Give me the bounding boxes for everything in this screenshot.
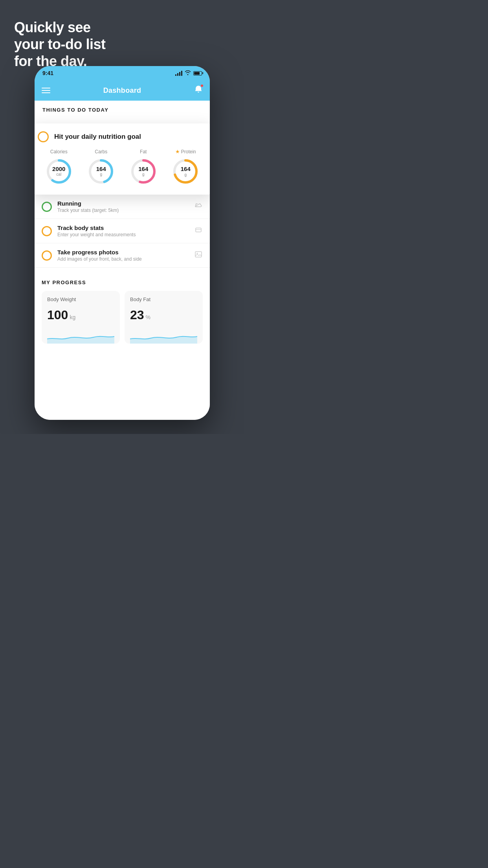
todo-text: Take progress photos Add images of your … xyxy=(57,249,189,262)
donut-chart: 164 g xyxy=(129,157,158,186)
signal-icon xyxy=(175,70,182,76)
progress-card[interactable]: Body Fat 23 % xyxy=(125,291,203,344)
progress-cards: Body Weight 100 kg Body Fat 23 % xyxy=(42,291,203,344)
nutrition-item: ★Protein 164 g xyxy=(171,149,200,186)
status-icons xyxy=(175,70,202,76)
progress-value-row: 23 % xyxy=(130,308,197,322)
progress-value: 23 xyxy=(130,308,144,322)
todo-subtitle: Enter your weight and measurements xyxy=(57,232,189,237)
todo-text: Track body stats Enter your weight and m… xyxy=(57,224,189,237)
star-icon: ★ xyxy=(175,149,180,154)
phone-body: THINGS TO DO TODAY Hit your daily nutrit… xyxy=(35,101,210,420)
todo-item[interactable]: Take progress photos Add images of your … xyxy=(35,243,210,268)
nutrition-item: Calories 2000 cal xyxy=(44,149,73,186)
nutrition-label: Calories xyxy=(50,149,68,154)
todo-circle xyxy=(42,202,52,212)
progress-unit: % xyxy=(146,314,150,320)
donut-chart: 2000 cal xyxy=(44,157,73,186)
notifications-button[interactable] xyxy=(194,85,203,96)
todo-item[interactable]: Track body stats Enter your weight and m… xyxy=(35,219,210,243)
todo-text: Running Track your stats (target: 5km) xyxy=(57,200,189,213)
hero-text: Quickly see your to-do list for the day. xyxy=(14,19,105,70)
progress-value: 100 xyxy=(47,308,68,322)
donut-value: 2000 xyxy=(52,166,65,173)
todo-title: Running xyxy=(57,200,189,207)
progress-chart xyxy=(130,328,197,344)
nutrition-card: Hit your daily nutrition goal Calories 2… xyxy=(35,123,210,195)
progress-header: MY PROGRESS xyxy=(42,280,203,285)
nutrition-label: Carbs xyxy=(95,149,107,154)
nutrition-item: Fat 164 g xyxy=(129,149,158,186)
todo-list: Running Track your stats (target: 5km) T… xyxy=(35,195,210,268)
svg-rect-9 xyxy=(195,252,202,257)
svg-point-10 xyxy=(197,253,198,254)
status-time: 9:41 xyxy=(42,70,53,76)
donut-unit: g xyxy=(181,173,191,177)
todo-circle xyxy=(42,226,52,236)
hero-line1: Quickly see xyxy=(14,19,105,36)
progress-chart xyxy=(47,328,114,344)
nav-bar: Dashboard xyxy=(35,80,210,101)
todo-circle xyxy=(42,250,52,261)
nav-title: Dashboard xyxy=(103,86,141,95)
notification-dot xyxy=(200,84,204,87)
donut-value: 164 xyxy=(181,166,191,173)
menu-button[interactable] xyxy=(42,88,50,93)
svg-rect-8 xyxy=(196,228,201,232)
todo-title: Take progress photos xyxy=(57,249,189,256)
card-title: Hit your daily nutrition goal xyxy=(54,133,141,141)
donut-value: 164 xyxy=(96,166,106,173)
todo-action-icon xyxy=(194,226,203,236)
status-bar: 9:41 xyxy=(35,66,210,80)
nutrition-label: ★Protein xyxy=(175,149,196,154)
donut-unit: g xyxy=(96,172,106,177)
battery-icon xyxy=(193,71,202,75)
nutrition-circle-btn[interactable] xyxy=(38,131,49,142)
progress-value-row: 100 kg xyxy=(47,308,114,322)
todo-title: Track body stats xyxy=(57,224,189,231)
todo-action-icon xyxy=(194,250,203,261)
todo-item[interactable]: Running Track your stats (target: 5km) xyxy=(35,195,210,219)
donut-chart: 164 g xyxy=(86,157,116,186)
wifi-icon xyxy=(185,70,191,76)
donut-unit: cal xyxy=(52,172,65,177)
progress-card-title: Body Fat xyxy=(130,296,197,302)
nutrition-row: Calories 2000 cal Carbs 164 g Fat 164 g … xyxy=(38,149,207,186)
progress-section: MY PROGRESS Body Weight 100 kg Body Fat … xyxy=(35,272,210,344)
donut-value: 164 xyxy=(138,166,148,173)
phone-mockup: 9:41 Dashboard xyxy=(35,66,210,420)
donut-unit: g xyxy=(138,172,148,177)
nutrition-item: Carbs 164 g xyxy=(86,149,116,186)
progress-card[interactable]: Body Weight 100 kg xyxy=(42,291,120,344)
things-header: THINGS TO DO TODAY xyxy=(35,101,210,116)
progress-card-title: Body Weight xyxy=(47,296,114,302)
todo-subtitle: Add images of your front, back, and side xyxy=(57,256,189,262)
todo-subtitle: Track your stats (target: 5km) xyxy=(57,208,189,213)
nutrition-label: Fat xyxy=(140,149,147,154)
card-title-row: Hit your daily nutrition goal xyxy=(38,131,207,142)
todo-action-icon xyxy=(194,201,203,212)
hero-line2: your to-do list xyxy=(14,36,105,53)
progress-unit: kg xyxy=(70,314,75,320)
donut-chart: 164 g xyxy=(171,157,200,186)
